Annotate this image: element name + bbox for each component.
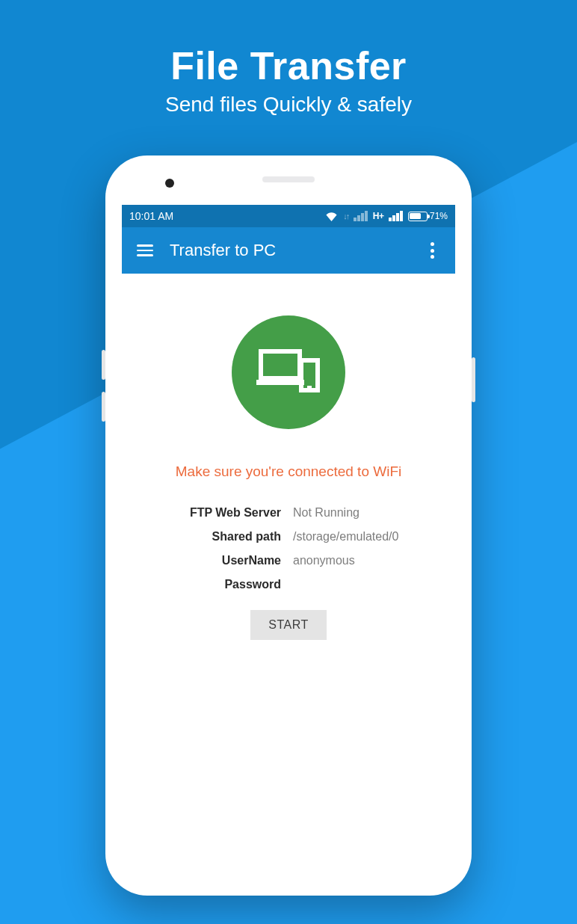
value-username: anonymous	[288, 554, 423, 567]
battery-percent: 71%	[430, 211, 448, 221]
value-path: /storage/emulated/0	[288, 530, 423, 543]
svg-rect-1	[256, 380, 304, 385]
svg-rect-3	[307, 386, 312, 388]
promo-subtitle: Send files Quickly & safely	[0, 93, 577, 117]
row-password: Password	[154, 573, 423, 597]
main-content: Make sure you're connected to WiFi FTP W…	[122, 274, 455, 813]
promo-title: File Transfer	[0, 43, 577, 88]
label-password: Password	[154, 578, 288, 591]
row-path: Shared path /storage/emulated/0	[154, 525, 423, 549]
app-bar-title: Transfer to PC	[170, 241, 415, 260]
row-username: UserName anonymous	[154, 549, 423, 573]
status-bar: 10:01 AM ↓↑ H+	[122, 205, 455, 227]
hamburger-icon	[137, 244, 153, 256]
label-username: UserName	[154, 554, 288, 567]
phone-frame: 10:01 AM ↓↑ H+	[105, 155, 472, 896]
signal-bars-dim-icon	[354, 211, 368, 221]
status-clock: 10:01 AM	[129, 210, 173, 222]
more-vert-icon	[431, 242, 434, 259]
label-path: Shared path	[154, 530, 288, 543]
wifi-icon	[325, 212, 338, 221]
row-ftp: FTP Web Server Not Running	[154, 501, 423, 525]
app-bar: Transfer to PC	[122, 227, 455, 274]
network-type-label: H+	[373, 211, 384, 221]
data-arrows-icon: ↓↑	[343, 212, 348, 221]
phone-screen: 10:01 AM ↓↑ H+	[122, 205, 455, 813]
wifi-warning-text: Make sure you're connected to WiFi	[122, 463, 455, 480]
svg-rect-0	[261, 351, 300, 378]
menu-button[interactable]	[128, 233, 162, 268]
laptop-phone-icon	[256, 347, 321, 398]
info-fields: FTP Web Server Not Running Shared path /…	[154, 501, 423, 597]
start-button[interactable]: START	[250, 610, 326, 640]
signal-bars-icon	[389, 211, 403, 221]
battery-indicator: 71%	[408, 211, 448, 221]
label-ftp: FTP Web Server	[154, 506, 288, 520]
value-ftp: Not Running	[288, 506, 423, 520]
promo-stage: File Transfer Send files Quickly & safel…	[0, 0, 577, 924]
battery-icon	[408, 212, 428, 221]
devices-badge	[232, 315, 345, 429]
promo-headline: File Transfer Send files Quickly & safel…	[0, 43, 577, 117]
camera-dot-icon	[165, 179, 174, 188]
speaker-grille-icon	[262, 176, 315, 182]
overflow-menu-button[interactable]	[415, 233, 449, 268]
